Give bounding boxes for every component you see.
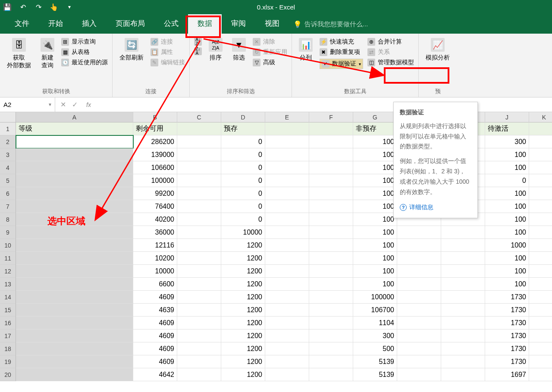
row-header[interactable]: 9 (0, 226, 16, 239)
cell[interactable]: 1200 (221, 265, 265, 278)
sort-button[interactable]: A|ZZ|A 排序 (206, 36, 225, 63)
cell[interactable]: 286200 (133, 135, 177, 148)
row-header[interactable]: 4 (0, 161, 16, 174)
cell[interactable] (529, 355, 552, 368)
header-cell[interactable]: 待激活 (485, 122, 529, 135)
cell[interactable] (309, 278, 353, 291)
cell[interactable]: 106700 (353, 304, 397, 317)
cell[interactable] (16, 174, 133, 187)
cell[interactable] (309, 265, 353, 278)
cell[interactable]: 0 (221, 200, 265, 213)
cell[interactable] (441, 342, 485, 355)
cell[interactable] (16, 317, 133, 329)
row-header[interactable]: 3 (0, 148, 16, 161)
cell[interactable] (177, 265, 221, 278)
advanced-filter-button[interactable]: ▽高级 (253, 59, 287, 66)
cell[interactable]: 10200 (133, 252, 177, 265)
cell[interactable] (265, 252, 309, 265)
cell[interactable] (529, 278, 552, 291)
cell[interactable]: 4609 (133, 291, 177, 304)
tell-me[interactable]: 💡 告诉我您想要做什么... (293, 20, 368, 34)
cell[interactable]: 100 (353, 135, 397, 148)
cell[interactable] (441, 291, 485, 304)
tab-review[interactable]: 审阅 (222, 14, 255, 34)
cell[interactable]: 100000 (133, 174, 177, 187)
cell[interactable]: 100 (353, 161, 397, 174)
cell[interactable] (309, 342, 353, 355)
row-header[interactable]: 17 (0, 329, 16, 342)
cell[interactable] (265, 187, 309, 200)
cell[interactable]: 5139 (353, 355, 397, 368)
cell[interactable] (177, 148, 221, 161)
cell[interactable]: 100 (353, 265, 397, 278)
cell[interactable] (309, 226, 353, 239)
cell[interactable] (265, 342, 309, 355)
cell[interactable] (309, 304, 353, 317)
cell[interactable]: 100 (353, 239, 397, 252)
formula-input[interactable] (94, 97, 552, 112)
cell[interactable] (309, 291, 353, 304)
cell[interactable] (529, 304, 552, 317)
properties-button[interactable]: 📋属性 (151, 48, 185, 56)
cell[interactable]: 0 (485, 174, 529, 187)
cell[interactable] (529, 342, 552, 355)
new-query-button[interactable]: 🔌 新建 查询 (38, 36, 57, 71)
cell[interactable]: 1730 (485, 304, 529, 317)
cell[interactable] (441, 278, 485, 291)
cell[interactable] (16, 187, 133, 200)
cell[interactable]: 100 (485, 265, 529, 278)
cell[interactable]: 0 (221, 213, 265, 226)
cell[interactable] (265, 291, 309, 304)
filter-button[interactable]: ▼ 筛选 (229, 36, 248, 63)
cell[interactable] (265, 278, 309, 291)
cell[interactable]: 4609 (133, 329, 177, 342)
cell[interactable]: 4609 (133, 355, 177, 368)
row-header[interactable]: 16 (0, 317, 16, 329)
save-icon[interactable]: 💾 (3, 3, 11, 11)
cell[interactable] (397, 355, 441, 368)
cell[interactable] (16, 239, 133, 252)
cell[interactable] (177, 329, 221, 342)
cell[interactable] (177, 174, 221, 187)
cell[interactable] (177, 161, 221, 174)
select-all-corner[interactable] (0, 112, 16, 122)
sort-desc-button[interactable]: Z↓A (194, 47, 202, 55)
cell[interactable]: 0 (221, 187, 265, 200)
tab-home[interactable]: 开始 (39, 14, 72, 34)
cell[interactable]: 100 (353, 226, 397, 239)
cell[interactable] (16, 368, 133, 381)
column-header[interactable]: E (265, 112, 309, 122)
cell[interactable]: 4609 (133, 342, 177, 355)
cell[interactable] (265, 226, 309, 239)
cell[interactable] (397, 252, 441, 265)
cell[interactable] (529, 317, 552, 329)
cell[interactable] (309, 213, 353, 226)
cell[interactable]: 1200 (221, 342, 265, 355)
cell[interactable] (441, 252, 485, 265)
row-header[interactable]: 6 (0, 187, 16, 200)
cell[interactable]: 1730 (485, 342, 529, 355)
cancel-icon[interactable]: ✕ (60, 100, 66, 109)
cell[interactable]: 4639 (133, 304, 177, 317)
cell[interactable] (309, 368, 353, 381)
cell[interactable]: 10000 (133, 265, 177, 278)
cell[interactable]: 100 (485, 187, 529, 200)
cell[interactable] (397, 291, 441, 304)
cell[interactable] (177, 368, 221, 381)
cell[interactable] (309, 187, 353, 200)
cell[interactable]: 40200 (133, 213, 177, 226)
cell[interactable]: 76400 (133, 200, 177, 213)
row-header[interactable]: 10 (0, 239, 16, 252)
cell[interactable] (441, 239, 485, 252)
header-cell[interactable]: 等级 (16, 122, 133, 135)
cell[interactable] (529, 252, 552, 265)
remove-duplicates-button[interactable]: ✖删除重复项 (320, 48, 363, 56)
cell[interactable]: 100 (353, 200, 397, 213)
cell[interactable] (397, 265, 441, 278)
row-header[interactable]: 20 (0, 368, 16, 381)
cell[interactable] (265, 213, 309, 226)
relationships-button[interactable]: ⇄关系 (367, 48, 414, 56)
show-queries-button[interactable]: ⊞显示查询 (61, 38, 108, 46)
cell[interactable] (177, 135, 221, 148)
cell[interactable]: 6600 (133, 278, 177, 291)
